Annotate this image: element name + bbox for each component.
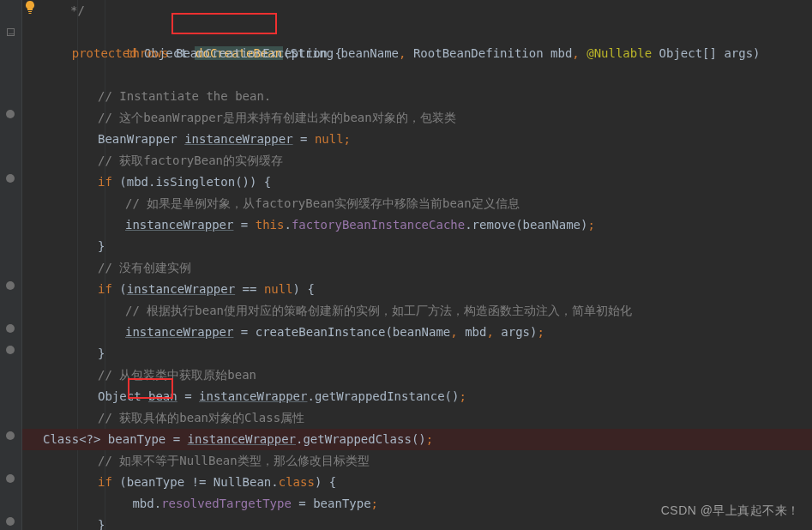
- comment: // 如果不等于NullBean类型，那么修改目标类型: [98, 454, 370, 467]
- highlighted-line: Class<?> beanType = instanceWrapper.getW…: [43, 429, 812, 450]
- comment: // 没有创建实例: [98, 261, 191, 274]
- svg-point-4: [6, 346, 15, 354]
- comment: // 获取具体的bean对象的Class属性: [98, 411, 304, 425]
- gutter-override-icon[interactable]: [3, 322, 17, 335]
- svg-point-0: [6, 110, 15, 118]
- comment: // 获取factoryBean的实例缓存: [98, 154, 283, 167]
- brace: }: [98, 346, 105, 360]
- assignment: instanceWrapper = this.factoryBeanInstan…: [43, 214, 812, 236]
- gutter-override-icon[interactable]: [3, 429, 17, 443]
- comment: */: [70, 3, 85, 17]
- method-signature: protected Object doCreateBean(String bea…: [43, 21, 812, 43]
- declaration: BeanWrapper instanceWrapper = null;: [43, 129, 812, 150]
- editor-gutter: [0, 0, 22, 530]
- brace: }: [98, 239, 105, 253]
- comment: // Instantiate the bean.: [98, 89, 271, 103]
- assignment: instanceWrapper = createBeanInstance(bea…: [43, 322, 812, 343]
- throws-clause: throws BeanCreationException {: [43, 43, 812, 64]
- svg-point-2: [6, 281, 15, 290]
- comment: // 如果是单例对象，从factoryBean实例缓存中移除当前bean定义信息: [125, 196, 520, 210]
- fold-toggle[interactable]: [7, 28, 15, 36]
- gutter-override-icon[interactable]: [3, 472, 17, 485]
- comment: // 从包装类中获取原始bean: [98, 368, 256, 382]
- if-statement: if (mbd.isSingleton()) {: [43, 172, 812, 193]
- code-editor[interactable]: */ protected Object doCreateBean(String …: [22, 0, 812, 530]
- svg-point-7: [6, 517, 15, 526]
- svg-point-1: [6, 174, 15, 183]
- if-statement: if (beanType != NullBean.class) {: [43, 472, 812, 493]
- gutter-override-icon[interactable]: [3, 172, 17, 185]
- gutter-override-icon[interactable]: [3, 279, 17, 292]
- gutter-override-icon[interactable]: [3, 343, 17, 357]
- if-statement: if (instanceWrapper == null) {: [43, 279, 812, 300]
- svg-point-5: [6, 431, 15, 440]
- comment: // 这个beanWrapper是用来持有创建出来的bean对象的，包装类: [98, 111, 456, 124]
- declaration: Object bean = instanceWrapper.getWrapped…: [43, 386, 812, 407]
- comment: // 根据执行bean使用对应的策略创建新的实例，如工厂方法，构造函数主动注入，…: [125, 304, 632, 317]
- svg-point-3: [6, 324, 15, 333]
- gutter-override-icon[interactable]: [3, 515, 17, 528]
- watermark: CSDN @早上真起不来！: [661, 500, 800, 521]
- gutter-override-icon[interactable]: [3, 107, 17, 121]
- svg-point-6: [6, 474, 15, 483]
- brace: }: [98, 518, 105, 530]
